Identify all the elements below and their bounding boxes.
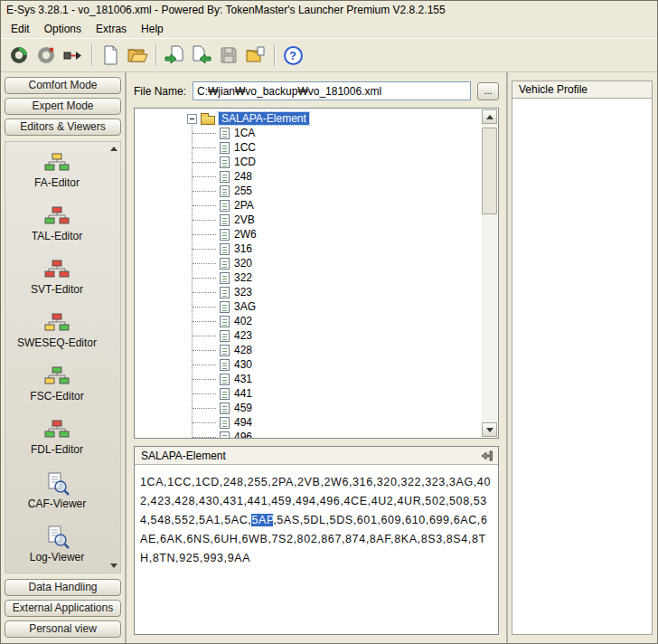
import-file-button[interactable] <box>161 42 188 69</box>
scroll-up-icon[interactable] <box>108 143 119 155</box>
vo-tree: SALAPA-Element 1CA 1CC 1CD 248 255 2PA 2… <box>136 111 481 436</box>
export-file-button[interactable] <box>188 42 215 69</box>
sidebar-item-fdl-editor[interactable]: FDL-Editor <box>7 411 107 464</box>
external-applications-button[interactable]: External Applications <box>5 600 121 617</box>
editors-scrollbar[interactable] <box>108 143 119 572</box>
personal-view-button[interactable]: Personal view <box>5 620 121 638</box>
tree-item[interactable]: 494 <box>136 415 481 430</box>
help-button[interactable]: ? <box>279 42 306 69</box>
tree-item[interactable]: 423 <box>136 328 481 343</box>
sidebar-item-tal-editor[interactable]: TAL-Editor <box>7 197 107 251</box>
tree-item-label: 2W6 <box>234 228 257 241</box>
caf-viewer-icon <box>44 472 70 497</box>
vo-codes-text[interactable]: 1CA,1CC,1CD,248,255,2PA,2VB,2W6,316,320,… <box>135 465 498 634</box>
tree-item[interactable]: 2PA <box>136 198 481 213</box>
tree-item[interactable]: 1CA <box>136 126 481 140</box>
menu-options[interactable]: Options <box>37 21 89 37</box>
sidebar-item-svt-editor[interactable]: SVT-Editor <box>7 251 107 304</box>
tree-item[interactable]: 316 <box>136 242 481 256</box>
sidebar-item-fsc-editor[interactable]: FSC-Editor <box>7 357 107 411</box>
tree-item[interactable]: 1CD <box>136 155 481 169</box>
save-button[interactable] <box>215 42 242 69</box>
tree-item[interactable]: 320 <box>136 256 481 270</box>
document-icon <box>220 374 230 385</box>
vo-tree-panel: SALAPA-Element 1CA 1CC 1CD 248 255 2PA 2… <box>134 108 499 439</box>
new-document-button[interactable] <box>97 42 124 69</box>
vehicle-profile-body <box>512 99 653 635</box>
tree-item[interactable]: 496 <box>136 430 481 439</box>
center-panel: File Name: ... SALAPA-Element 1CA 1CC 1C… <box>127 72 508 643</box>
document-icon <box>220 417 230 429</box>
sidebar-item-label: Log-Viewer <box>30 551 84 564</box>
vehicle-connection-button[interactable] <box>60 42 87 69</box>
tree-root-row[interactable]: SALAPA-Element <box>136 111 481 126</box>
disconnect-button[interactable] <box>33 42 60 69</box>
folder-icon <box>201 116 215 125</box>
pin-icon[interactable] <box>481 450 494 461</box>
menu-extras[interactable]: Extras <box>89 21 134 37</box>
tree-item-label: 1CC <box>234 141 256 154</box>
expert-mode-button[interactable]: Expert Mode <box>5 98 121 115</box>
salapa-panel-header: SALAPA-Element <box>135 447 498 465</box>
comfort-mode-button[interactable]: Comfort Mode <box>5 77 121 94</box>
sidebar-item-caf-viewer[interactable]: CAF-Viewer <box>7 464 107 517</box>
tree-item-label: 428 <box>234 344 252 356</box>
menu-edit[interactable]: Edit <box>4 21 37 37</box>
menu-help[interactable]: Help <box>134 21 171 37</box>
new-document-icon <box>99 44 121 66</box>
tree-item-label: 459 <box>234 402 252 414</box>
tree-item[interactable]: 402 <box>136 314 481 328</box>
document-icon <box>220 431 230 440</box>
tree-item[interactable]: 322 <box>136 270 481 285</box>
tree-root-label[interactable]: SALAPA-Element <box>219 112 309 125</box>
tree-item-label: 1CD <box>234 156 256 168</box>
sidebar-item-log-viewer[interactable]: Log-Viewer <box>7 517 107 571</box>
tree-item[interactable]: 1CC <box>136 140 481 155</box>
sidebar-item-label: FSC-Editor <box>30 390 83 402</box>
scroll-up-icon[interactable] <box>482 109 497 124</box>
open-folder-button[interactable] <box>124 42 151 69</box>
scroll-down-icon[interactable] <box>482 422 497 437</box>
tree-item[interactable]: 2VB <box>136 213 481 227</box>
scrollbar-thumb[interactable] <box>482 128 497 214</box>
sidebar-item-label: CAF-Viewer <box>28 497 86 510</box>
tree-item[interactable]: 428 <box>136 343 481 357</box>
document-icon <box>220 359 230 371</box>
scrollbar-track[interactable] <box>482 124 497 422</box>
connect-button[interactable] <box>5 42 33 69</box>
tree-item-label: 255 <box>234 185 252 197</box>
browse-button[interactable]: ... <box>477 82 499 100</box>
data-handling-button[interactable]: Data Handling <box>5 579 121 596</box>
editor-list: FA-Editor TAL-Editor SVT-Editor SWESEQ-E… <box>7 144 107 571</box>
document-icon <box>220 142 230 154</box>
tree-item[interactable]: 459 <box>136 401 481 415</box>
sidebar-item-sweseq-editor[interactable]: SWESEQ-Editor <box>7 304 107 357</box>
file-name-input[interactable] <box>193 81 471 100</box>
selected-code[interactable]: 5AP <box>251 514 273 526</box>
editors-viewers-button[interactable]: Editors & Viewers <box>5 118 121 136</box>
document-icon <box>220 128 230 139</box>
salapa-panel-title: SALAPA-Element <box>141 450 226 462</box>
tree-item[interactable]: 441 <box>136 386 481 401</box>
tree-item[interactable]: 255 <box>136 184 481 198</box>
tree-item-label: 323 <box>234 286 252 298</box>
tree-item[interactable]: 431 <box>136 372 481 386</box>
file-name-row: File Name: ... <box>134 81 499 100</box>
collapse-icon[interactable] <box>187 114 197 124</box>
toolbar-separator <box>274 44 275 66</box>
tree-item-label: 316 <box>234 242 252 255</box>
save-as-button[interactable] <box>242 42 269 69</box>
scroll-down-icon[interactable] <box>108 560 119 572</box>
tree-item[interactable]: 3AG <box>136 299 481 314</box>
document-icon <box>220 388 230 400</box>
tree-item[interactable]: 248 <box>136 169 481 184</box>
tree-scrollbar[interactable] <box>482 109 497 437</box>
document-icon <box>220 243 230 255</box>
tree-item[interactable]: 430 <box>136 357 481 372</box>
sidebar-item-fa-editor[interactable]: FA-Editor <box>7 144 107 197</box>
disconnect-icon <box>35 44 57 66</box>
tree-item[interactable]: 323 <box>136 285 481 299</box>
tree-item[interactable]: 2W6 <box>136 227 481 242</box>
editors-panel: FA-Editor TAL-Editor SVT-Editor SWESEQ-E… <box>5 141 121 573</box>
tree-item-label: 431 <box>234 373 252 385</box>
